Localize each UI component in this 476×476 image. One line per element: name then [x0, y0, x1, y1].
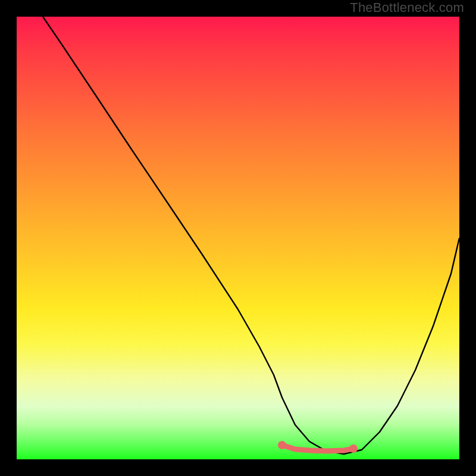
highlight-dot-right [349, 444, 358, 453]
chart-svg [17, 17, 459, 459]
gradient-plot-area [17, 17, 459, 459]
bottleneck-curve [43, 17, 459, 454]
highlight-dot-left [278, 441, 286, 449]
watermark-text: TheBottleneck.com [350, 0, 464, 15]
chart-frame [8, 8, 468, 468]
